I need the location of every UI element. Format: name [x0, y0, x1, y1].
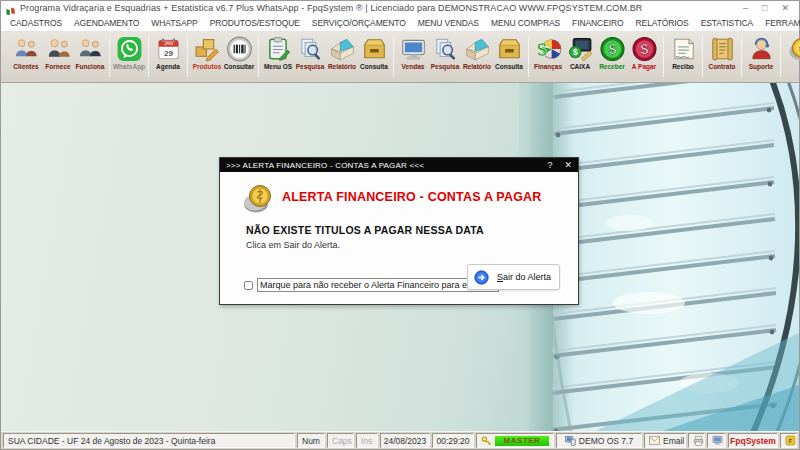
dialog-titlebar[interactable]: >>> ALERTA FINANCEIRO - CONTAS A PAGAR <…: [220, 158, 578, 172]
toolbar-button-pesquisa[interactable]: Pesquisa: [294, 33, 326, 80]
status-segment-brand: FpqSystem: [728, 433, 778, 448]
toolbar-separator: [148, 36, 149, 77]
menu-item-label: FINANCEIRO: [572, 18, 623, 28]
toolbar-button-clientes[interactable]: Clientes: [10, 33, 42, 80]
menu-item-label: WHATSAPP: [151, 18, 197, 28]
toolbar-separator: [528, 36, 529, 77]
window-controls: – □ ✕: [743, 3, 795, 13]
toolbar-button-consulta[interactable]: Consulta: [493, 33, 525, 80]
status-segment-label: Caps: [332, 436, 352, 446]
toolbar-separator: [109, 36, 110, 77]
finance-pie-icon: $: [534, 35, 562, 62]
toolbar-button-suporte[interactable]: Suporte: [745, 33, 777, 80]
toolbar-button-menu-os[interactable]: Menu OS: [262, 33, 294, 80]
toolbar-button-label: Relatório: [328, 63, 356, 71]
menu-item-label: MENU VENDAS: [418, 18, 479, 28]
arrow-circle-icon: [474, 270, 489, 285]
toolbar-button-relat-rio[interactable]: Relatório: [326, 33, 358, 80]
toolbar-button-a-pagar[interactable]: $A Pagar: [628, 33, 660, 80]
toolbar-button-label: Pesquisa: [296, 63, 325, 71]
menu-item-whatsapp[interactable]: WHATSAPP: [146, 17, 202, 29]
status-segment-label: MASTER: [495, 436, 549, 446]
dialog-title: >>> ALERTA FINANCEIRO - CONTAS A PAGAR <…: [226, 161, 424, 170]
dialog-body: ALERTA FINANCEIRO - CONTAS A PAGAR NÃO E…: [220, 172, 578, 304]
toolbar-button-label: Suporte: [749, 63, 774, 71]
toolbar-separator: [663, 36, 664, 77]
report-box-icon: [328, 35, 356, 62]
menu-item-financeiro[interactable]: FINANCEIRO: [567, 17, 628, 29]
alert-message: NÃO EXISTE TITULOS A PAGAR NESSA DATA: [246, 224, 484, 236]
toolbar-button-whatsapp[interactable]: WhatsApp: [113, 33, 145, 80]
toolbar-button-vendas[interactable]: Vendas: [397, 33, 429, 80]
dismiss-alert-checkbox[interactable]: [244, 281, 253, 290]
svg-text:$: $: [640, 41, 648, 57]
dismiss-checkbox-label[interactable]: Marque para não receber o Alerta Finance…: [257, 278, 499, 292]
toolbar-separator: [780, 36, 781, 77]
menu-item-ferramentas[interactable]: FERRAMENTAS: [760, 17, 800, 29]
status-segment-app-shortcut[interactable]: F: [780, 433, 797, 448]
dialog-help-button[interactable]: ?: [547, 159, 552, 171]
menu-item-servi-o-or-amento[interactable]: SERVIÇO/ORÇAMENTO: [307, 17, 411, 29]
toolbar-separator: [187, 36, 188, 77]
toolbar-button-label: Consulta: [495, 63, 523, 71]
suppliers-people-icon: [44, 35, 72, 62]
drawer-icon: [495, 35, 523, 62]
menu-item-menu-compras[interactable]: MENU COMPRAS: [486, 17, 565, 29]
toolbar-button-funciona[interactable]: Funciona: [74, 33, 106, 80]
application-window: Programa Vidraçaria e Esquadrias + Estat…: [0, 0, 800, 450]
minimize-button[interactable]: –: [743, 3, 748, 13]
menu-item-relat-rios[interactable]: RELATÓRIOS: [631, 17, 694, 29]
toolbar-button-recibo[interactable]: Recibo: [667, 33, 699, 80]
status-segment-label: Ins: [361, 436, 372, 446]
status-segment-remote-shortcut[interactable]: [707, 433, 726, 448]
status-bar: SUA CIDADE - UF 24 de Agosto de 2023 - Q…: [1, 431, 799, 449]
financial-alert-dialog: >>> ALERTA FINANCEIRO - CONTAS A PAGAR <…: [219, 157, 579, 305]
toolbar-button-consulta[interactable]: Consulta: [358, 33, 390, 80]
dialog-close-button[interactable]: ✕: [564, 159, 572, 171]
menu-item-label: FERRAMENTAS: [765, 18, 800, 28]
toolbar-button-produtos[interactable]: Produtos: [191, 33, 223, 80]
menu-item-menu-vendas[interactable]: MENU VENDAS: [413, 17, 484, 29]
toolbar-button-label: Clientes: [13, 63, 38, 71]
toolbar-button-label: Consulta: [360, 63, 388, 71]
status-segment-label: Email: [663, 436, 684, 446]
support-icon: [747, 35, 775, 62]
menu-item-label: AGENDAMENTO: [74, 18, 139, 28]
maximize-button[interactable]: □: [762, 3, 767, 13]
menu-item-agendamento[interactable]: AGENDAMENTO: [69, 17, 144, 29]
menu-item-cadastros[interactable]: CADASTROS: [5, 17, 67, 29]
alert-instruction: Clica em Sair do Alerta.: [246, 240, 340, 250]
toolbar-button-label: WhatsApp: [113, 63, 145, 71]
toolbar-button-pesquisa[interactable]: Pesquisa: [429, 33, 461, 80]
status-segment-email-shortcut[interactable]: Email: [644, 433, 686, 448]
menu-item-label: ESTATISTICA: [701, 18, 753, 28]
toolbar-button-agenda[interactable]: JAN29Agenda: [152, 33, 184, 80]
toolbar-button-relat-rio[interactable]: Relatório: [461, 33, 493, 80]
app-logo-icon: [5, 3, 16, 14]
report-box-icon: [463, 35, 491, 62]
toolbar-button-caixa[interactable]: $CAIXA: [564, 33, 596, 80]
toolbar-button-fornece[interactable]: Fornece: [42, 33, 74, 80]
clients-people-icon: [12, 35, 40, 62]
toolbar-button-label: Contrato: [708, 63, 735, 71]
toolbar-button-consultar[interactable]: Consultar: [223, 33, 255, 80]
exit-alert-button[interactable]: Sair do Alerta: [467, 264, 560, 290]
status-segment-printer-shortcut[interactable]: [688, 433, 705, 448]
toolbar-button-finan-as[interactable]: $Finanças: [532, 33, 564, 80]
status-segment-label: Num: [302, 436, 320, 446]
drawer-icon: [360, 35, 388, 62]
toolbar-button-label: Produtos: [193, 63, 222, 71]
toolbar-button-contrato[interactable]: Contrato: [706, 33, 738, 80]
toolbar-button-label: Fornece: [45, 63, 70, 71]
close-button[interactable]: ✕: [781, 3, 789, 13]
dollar-green-icon: $: [598, 35, 626, 62]
menu-item-produtos-estoque[interactable]: PRODUTOS/ESTOQUE: [205, 17, 305, 29]
menu-item-estatistica[interactable]: ESTATISTICA: [696, 17, 758, 29]
status-segment-location-date: SUA CIDADE - UF 24 de Agosto de 2023 - Q…: [3, 433, 295, 448]
svg-text:$: $: [572, 47, 577, 57]
toolbar-separator: [741, 36, 742, 77]
toolbar-button-receber[interactable]: $Receber: [596, 33, 628, 80]
menu-item-label: SERVIÇO/ORÇAMENTO: [312, 18, 406, 28]
coin-icon: [242, 184, 276, 214]
toolbar-button-coin[interactable]: $: [784, 33, 800, 80]
